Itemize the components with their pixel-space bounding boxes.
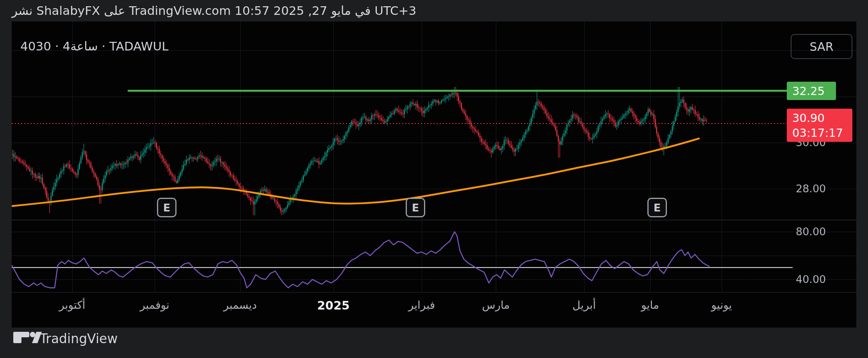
tradingview-brand-text[interactable]: TradingView bbox=[40, 331, 118, 346]
time-axis[interactable] bbox=[12, 292, 793, 327]
last-price-badge: 30.90 03:17:17 bbox=[787, 109, 852, 142]
last-price-value: 30.90 bbox=[792, 111, 852, 125]
resistance-price-badge: 32.25 bbox=[787, 82, 836, 100]
bar-countdown: 03:17:17 bbox=[792, 125, 852, 140]
time-axis-label: أبريل bbox=[572, 299, 596, 311]
currency-button[interactable]: SAR bbox=[791, 34, 852, 59]
time-axis-label: أكتوبر bbox=[59, 299, 85, 311]
price-axis[interactable] bbox=[793, 21, 856, 291]
time-axis-label: نوفمبر bbox=[140, 299, 169, 311]
time-axis-label: مايو bbox=[641, 299, 659, 311]
earnings-marker[interactable]: E bbox=[406, 198, 425, 217]
earnings-marker[interactable]: E bbox=[647, 198, 667, 217]
tradingview-snapshot-page: { "page": { "background": "#1d1e20", "ch… bbox=[0, 0, 868, 358]
rsi-axis-label: 80.00 bbox=[796, 226, 826, 238]
published-attribution-line: نشر ShalabyFX على TradingView.com في ماي… bbox=[12, 4, 416, 19]
resistance-price-value: 32.25 bbox=[792, 84, 825, 98]
time-axis-label: 2025 bbox=[317, 299, 350, 312]
time-axis-label: ديسمبر bbox=[223, 299, 257, 311]
time-axis-label: يونيو bbox=[711, 299, 732, 311]
time-axis-label: مارس bbox=[482, 299, 510, 311]
rsi-axis-label: 40.00 bbox=[796, 273, 826, 286]
symbol-title: 4030 · 4ساعة · TADAWUL bbox=[20, 39, 168, 53]
earnings-marker[interactable]: E bbox=[157, 198, 176, 217]
time-axis-label: فبراير bbox=[408, 299, 435, 311]
price-axis-label: 28.00 bbox=[796, 183, 826, 195]
tradingview-logo-icon[interactable] bbox=[12, 331, 42, 344]
